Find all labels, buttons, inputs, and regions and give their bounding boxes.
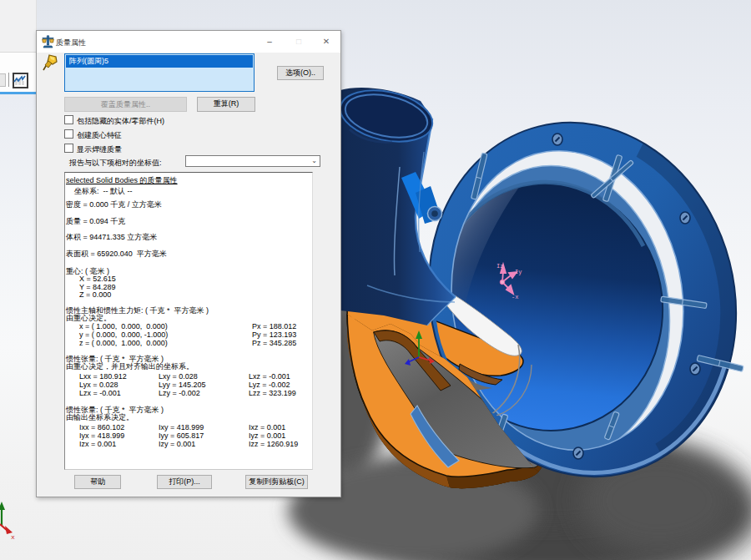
svg-text:Iy: Iy — [515, 269, 522, 275]
svg-text:Iz: Iz — [496, 263, 503, 270]
svg-text:-x: -x — [512, 294, 518, 300]
svg-text:x: x — [11, 533, 15, 541]
